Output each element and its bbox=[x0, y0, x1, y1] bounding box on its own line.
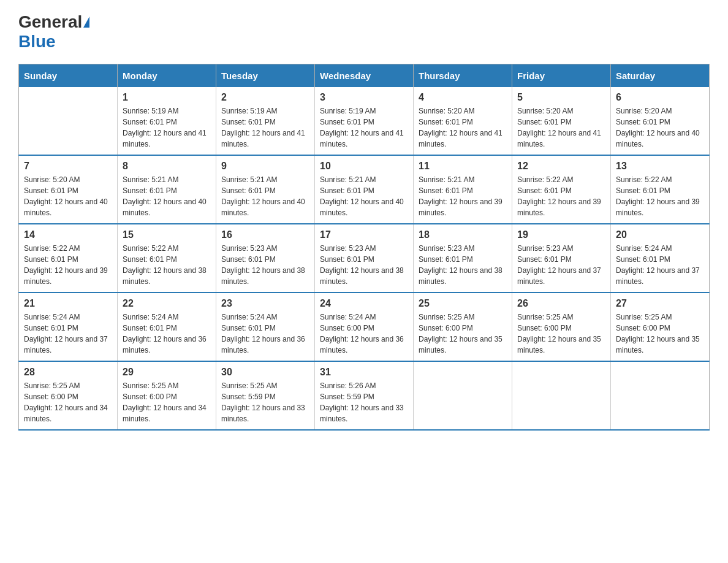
day-number: 8 bbox=[123, 161, 211, 172]
calendar-cell: 4Sunrise: 5:20 AMSunset: 6:01 PMDaylight… bbox=[414, 87, 512, 155]
day-number: 23 bbox=[221, 298, 309, 309]
day-info: Sunrise: 5:20 AMSunset: 6:01 PMDaylight:… bbox=[616, 105, 704, 150]
day-info: Sunrise: 5:23 AMSunset: 6:01 PMDaylight:… bbox=[419, 243, 507, 287]
day-number: 9 bbox=[221, 161, 309, 172]
calendar-cell: 24Sunrise: 5:24 AMSunset: 6:00 PMDayligh… bbox=[315, 293, 414, 361]
day-info: Sunrise: 5:24 AMSunset: 6:01 PMDaylight:… bbox=[24, 312, 112, 356]
calendar-cell: 22Sunrise: 5:24 AMSunset: 6:01 PMDayligh… bbox=[118, 293, 216, 361]
day-info: Sunrise: 5:22 AMSunset: 6:01 PMDaylight:… bbox=[616, 174, 704, 218]
day-info: Sunrise: 5:19 AMSunset: 6:01 PMDaylight:… bbox=[123, 105, 211, 150]
calendar-cell: 1Sunrise: 5:19 AMSunset: 6:01 PMDaylight… bbox=[118, 87, 216, 155]
day-info: Sunrise: 5:23 AMSunset: 6:01 PMDaylight:… bbox=[517, 243, 605, 287]
calendar-cell: 11Sunrise: 5:21 AMSunset: 6:01 PMDayligh… bbox=[414, 155, 512, 224]
day-info: Sunrise: 5:21 AMSunset: 6:01 PMDaylight:… bbox=[320, 174, 408, 218]
day-info: Sunrise: 5:23 AMSunset: 6:01 PMDaylight:… bbox=[221, 243, 309, 287]
day-number: 12 bbox=[517, 161, 605, 172]
day-info: Sunrise: 5:20 AMSunset: 6:01 PMDaylight:… bbox=[419, 105, 507, 150]
day-header-wednesday: Wednesday bbox=[315, 64, 414, 88]
day-info: Sunrise: 5:24 AMSunset: 6:01 PMDaylight:… bbox=[123, 312, 211, 356]
logo-triangle-icon bbox=[83, 17, 89, 28]
day-header-monday: Monday bbox=[118, 64, 216, 88]
calendar-cell: 7Sunrise: 5:20 AMSunset: 6:01 PMDaylight… bbox=[19, 155, 118, 224]
day-info: Sunrise: 5:21 AMSunset: 6:01 PMDaylight:… bbox=[221, 174, 309, 218]
day-info: Sunrise: 5:25 AMSunset: 6:00 PMDaylight:… bbox=[24, 380, 112, 424]
day-number: 29 bbox=[123, 367, 211, 378]
logo-blue-text: Blue bbox=[18, 32, 56, 51]
calendar-cell: 18Sunrise: 5:23 AMSunset: 6:01 PMDayligh… bbox=[414, 224, 512, 293]
day-info: Sunrise: 5:25 AMSunset: 6:00 PMDaylight:… bbox=[123, 380, 211, 424]
calendar-header-row: SundayMondayTuesdayWednesdayThursdayFrid… bbox=[19, 64, 710, 88]
calendar-cell: 28Sunrise: 5:25 AMSunset: 6:00 PMDayligh… bbox=[19, 361, 118, 430]
calendar-cell: 23Sunrise: 5:24 AMSunset: 6:01 PMDayligh… bbox=[216, 293, 315, 361]
day-info: Sunrise: 5:21 AMSunset: 6:01 PMDaylight:… bbox=[123, 174, 211, 218]
day-info: Sunrise: 5:26 AMSunset: 5:59 PMDaylight:… bbox=[320, 380, 408, 424]
day-info: Sunrise: 5:24 AMSunset: 6:00 PMDaylight:… bbox=[320, 312, 408, 356]
calendar-cell: 14Sunrise: 5:22 AMSunset: 6:01 PMDayligh… bbox=[19, 224, 118, 293]
day-number: 4 bbox=[419, 92, 507, 103]
calendar-week-row: 21Sunrise: 5:24 AMSunset: 6:01 PMDayligh… bbox=[19, 293, 710, 361]
calendar-cell: 25Sunrise: 5:25 AMSunset: 6:00 PMDayligh… bbox=[414, 293, 512, 361]
calendar-week-row: 14Sunrise: 5:22 AMSunset: 6:01 PMDayligh… bbox=[19, 224, 710, 293]
day-number: 15 bbox=[123, 229, 211, 240]
day-header-friday: Friday bbox=[512, 64, 611, 88]
day-number: 2 bbox=[221, 92, 309, 103]
day-number: 21 bbox=[24, 298, 112, 309]
calendar-cell: 10Sunrise: 5:21 AMSunset: 6:01 PMDayligh… bbox=[315, 155, 414, 224]
day-info: Sunrise: 5:25 AMSunset: 6:00 PMDaylight:… bbox=[517, 312, 605, 356]
day-number: 26 bbox=[517, 298, 605, 309]
day-number: 7 bbox=[24, 161, 112, 172]
calendar-cell: 15Sunrise: 5:22 AMSunset: 6:01 PMDayligh… bbox=[118, 224, 216, 293]
day-header-sunday: Sunday bbox=[19, 64, 118, 88]
calendar-cell: 21Sunrise: 5:24 AMSunset: 6:01 PMDayligh… bbox=[19, 293, 118, 361]
day-number: 3 bbox=[320, 92, 408, 103]
calendar-cell: 20Sunrise: 5:24 AMSunset: 6:01 PMDayligh… bbox=[611, 224, 710, 293]
day-info: Sunrise: 5:24 AMSunset: 6:01 PMDaylight:… bbox=[616, 243, 704, 287]
day-info: Sunrise: 5:24 AMSunset: 6:01 PMDaylight:… bbox=[221, 312, 309, 356]
day-number: 11 bbox=[419, 161, 507, 172]
calendar-cell: 17Sunrise: 5:23 AMSunset: 6:01 PMDayligh… bbox=[315, 224, 414, 293]
calendar-cell: 12Sunrise: 5:22 AMSunset: 6:01 PMDayligh… bbox=[512, 155, 611, 224]
day-info: Sunrise: 5:20 AMSunset: 6:01 PMDaylight:… bbox=[517, 105, 605, 150]
day-info: Sunrise: 5:23 AMSunset: 6:01 PMDaylight:… bbox=[320, 243, 408, 287]
calendar-week-row: 1Sunrise: 5:19 AMSunset: 6:01 PMDaylight… bbox=[19, 87, 710, 155]
day-number: 10 bbox=[320, 161, 408, 172]
day-info: Sunrise: 5:25 AMSunset: 5:59 PMDaylight:… bbox=[221, 380, 309, 424]
calendar-cell: 29Sunrise: 5:25 AMSunset: 6:00 PMDayligh… bbox=[118, 361, 216, 430]
calendar-cell: 5Sunrise: 5:20 AMSunset: 6:01 PMDaylight… bbox=[512, 87, 611, 155]
calendar-cell: 27Sunrise: 5:25 AMSunset: 6:00 PMDayligh… bbox=[611, 293, 710, 361]
day-info: Sunrise: 5:25 AMSunset: 6:00 PMDaylight:… bbox=[616, 312, 704, 356]
day-number: 19 bbox=[517, 229, 605, 240]
calendar-cell: 2Sunrise: 5:19 AMSunset: 6:01 PMDaylight… bbox=[216, 87, 315, 155]
day-number: 1 bbox=[123, 92, 211, 103]
calendar-cell bbox=[611, 361, 710, 430]
calendar-cell: 31Sunrise: 5:26 AMSunset: 5:59 PMDayligh… bbox=[315, 361, 414, 430]
day-number: 14 bbox=[24, 229, 112, 240]
day-info: Sunrise: 5:21 AMSunset: 6:01 PMDaylight:… bbox=[419, 174, 507, 218]
day-header-tuesday: Tuesday bbox=[216, 64, 315, 88]
calendar-table: SundayMondayTuesdayWednesdayThursdayFrid… bbox=[18, 64, 710, 431]
day-number: 18 bbox=[419, 229, 507, 240]
day-number: 6 bbox=[616, 92, 704, 103]
calendar-cell: 13Sunrise: 5:22 AMSunset: 6:01 PMDayligh… bbox=[611, 155, 710, 224]
calendar-cell bbox=[19, 87, 118, 155]
day-number: 22 bbox=[123, 298, 211, 309]
day-info: Sunrise: 5:19 AMSunset: 6:01 PMDaylight:… bbox=[221, 105, 309, 150]
day-number: 24 bbox=[320, 298, 408, 309]
day-info: Sunrise: 5:22 AMSunset: 6:01 PMDaylight:… bbox=[123, 243, 211, 287]
calendar-cell bbox=[512, 361, 611, 430]
day-info: Sunrise: 5:22 AMSunset: 6:01 PMDaylight:… bbox=[24, 243, 112, 287]
day-number: 13 bbox=[616, 161, 704, 172]
day-info: Sunrise: 5:20 AMSunset: 6:01 PMDaylight:… bbox=[24, 174, 112, 218]
calendar-cell: 8Sunrise: 5:21 AMSunset: 6:01 PMDaylight… bbox=[118, 155, 216, 224]
calendar-cell: 6Sunrise: 5:20 AMSunset: 6:01 PMDaylight… bbox=[611, 87, 710, 155]
day-info: Sunrise: 5:19 AMSunset: 6:01 PMDaylight:… bbox=[320, 105, 408, 150]
logo-general-text: General bbox=[18, 12, 82, 32]
calendar-cell bbox=[414, 361, 512, 430]
day-header-thursday: Thursday bbox=[414, 64, 512, 88]
page-header: General Blue bbox=[18, 12, 710, 52]
calendar-cell: 9Sunrise: 5:21 AMSunset: 6:01 PMDaylight… bbox=[216, 155, 315, 224]
day-number: 20 bbox=[616, 229, 704, 240]
day-number: 30 bbox=[221, 367, 309, 378]
day-number: 5 bbox=[517, 92, 605, 103]
day-info: Sunrise: 5:25 AMSunset: 6:00 PMDaylight:… bbox=[419, 312, 507, 356]
